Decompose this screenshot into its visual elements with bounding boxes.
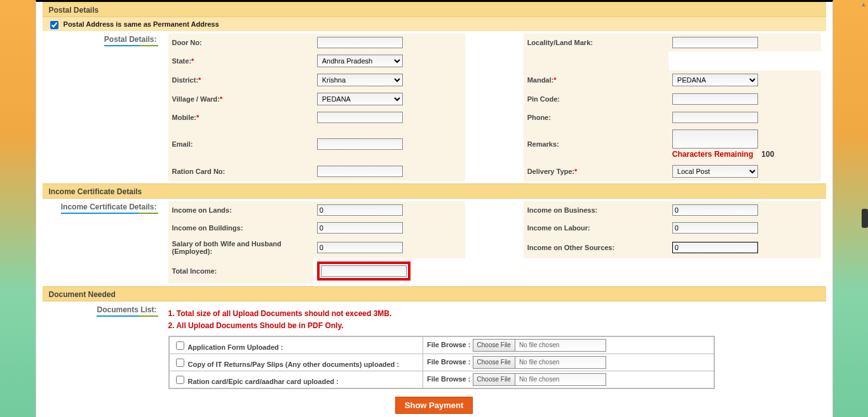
label-pin: Pin Code: xyxy=(524,89,668,109)
section-header-postal: Postal Details xyxy=(43,2,826,17)
label-income-buildings: Income on Buildings: xyxy=(168,219,313,237)
side-label-income: Income Certificate Details: xyxy=(61,202,157,214)
input-mobile[interactable] xyxy=(317,112,403,123)
label-phone: Phone: xyxy=(524,109,668,126)
doc-note-1: 1. Total size of all Upload Documents sh… xyxy=(168,308,821,320)
label-income-labour: Income on Labour: xyxy=(524,219,668,237)
file-browse-label-2: File Browse : xyxy=(427,358,470,366)
select-state[interactable]: Andhra Pradesh xyxy=(317,55,403,67)
input-income-salary[interactable] xyxy=(317,242,403,253)
scrollbar-thumb[interactable] xyxy=(862,209,868,228)
select-delivery[interactable]: Local Post xyxy=(672,165,758,178)
file-browse-label-3: File Browse : xyxy=(427,375,470,383)
chars-remaining-label: Characters Remaining xyxy=(672,150,753,159)
doc-note-2: 2. All Upload Documents Should be in PDF… xyxy=(168,320,821,332)
input-ration[interactable] xyxy=(317,166,403,177)
input-phone[interactable] xyxy=(672,112,758,123)
label-remarks: Remarks: xyxy=(524,126,668,162)
input-locality[interactable] xyxy=(672,37,758,48)
highlight-total-income xyxy=(317,261,410,281)
side-label-docs: Documents List: xyxy=(97,305,156,317)
checkbox-doc-3[interactable] xyxy=(176,376,184,384)
label-mandal: Mandal: xyxy=(527,76,554,84)
checkbox-doc-1[interactable] xyxy=(176,341,184,350)
side-label-postal: Postal Details: xyxy=(104,35,157,46)
label-delivery: Delivery Type: xyxy=(527,168,574,175)
label-mobile: Mobile: xyxy=(172,114,197,121)
label-email: Email: xyxy=(168,126,313,162)
select-district[interactable]: Krishna xyxy=(317,74,403,86)
select-village[interactable]: PEDANA xyxy=(317,93,403,105)
label-income-lands: Income on Lands: xyxy=(168,201,313,219)
section-header-income: Income Certificate Details xyxy=(43,183,826,199)
input-income-labour[interactable] xyxy=(672,222,758,234)
select-mandal[interactable]: PEDANA xyxy=(672,74,758,86)
doc-row-1-label: Application Form Uploaded : xyxy=(187,343,283,351)
show-payment-button[interactable]: Show Payment xyxy=(395,397,473,414)
docs-table: Application Form Uploaded : File Browse … xyxy=(168,336,715,389)
label-ration: Ration Card No: xyxy=(168,162,313,181)
label-income-other: Income on Other Sources: xyxy=(524,237,668,258)
input-income-lands[interactable] xyxy=(317,204,403,216)
label-income-business: Income on Business: xyxy=(524,201,668,219)
file-input-3[interactable]: Choose FileNo file chosen xyxy=(473,373,606,386)
label-district: District: xyxy=(172,76,199,84)
input-door[interactable] xyxy=(317,37,403,48)
label-door: Door No: xyxy=(168,34,313,51)
input-income-other[interactable] xyxy=(672,242,758,253)
file-browse-label-1: File Browse : xyxy=(427,341,470,348)
postal-same-label: Postal Address is same as Permanent Addr… xyxy=(64,20,219,28)
doc-row-2-label: Copy of IT Returns/Pay Slips (Any other … xyxy=(188,361,399,368)
checkbox-postal-same[interactable] xyxy=(50,21,58,29)
input-pin[interactable] xyxy=(672,93,758,105)
chars-remaining-value: 100 xyxy=(761,150,774,159)
label-state: State: xyxy=(172,57,192,65)
label-locality: Locality/Land Mark: xyxy=(524,34,668,51)
input-income-business[interactable] xyxy=(672,204,758,216)
scroll-up-icon[interactable]: ▲ xyxy=(859,0,868,9)
postal-same-row: Postal Address is same as Permanent Addr… xyxy=(43,17,826,31)
input-email[interactable] xyxy=(317,138,403,150)
label-income-salary: Salary of both Wife and Husband (Employe… xyxy=(168,237,313,258)
file-input-1[interactable]: Choose FileNo file chosen xyxy=(473,339,606,352)
textarea-remarks[interactable] xyxy=(672,129,758,149)
doc-row-3-label: Ration card/Epic card/aadhar card upload… xyxy=(188,378,339,385)
section-header-docs: Document Needed xyxy=(43,286,826,301)
label-village: Village / Ward: xyxy=(172,95,220,103)
input-income-total[interactable] xyxy=(321,265,407,277)
input-income-buildings[interactable] xyxy=(317,222,403,234)
checkbox-doc-2[interactable] xyxy=(176,359,184,367)
label-income-total: Total Income: xyxy=(168,258,313,284)
file-input-2[interactable]: Choose FileNo file chosen xyxy=(473,356,606,369)
